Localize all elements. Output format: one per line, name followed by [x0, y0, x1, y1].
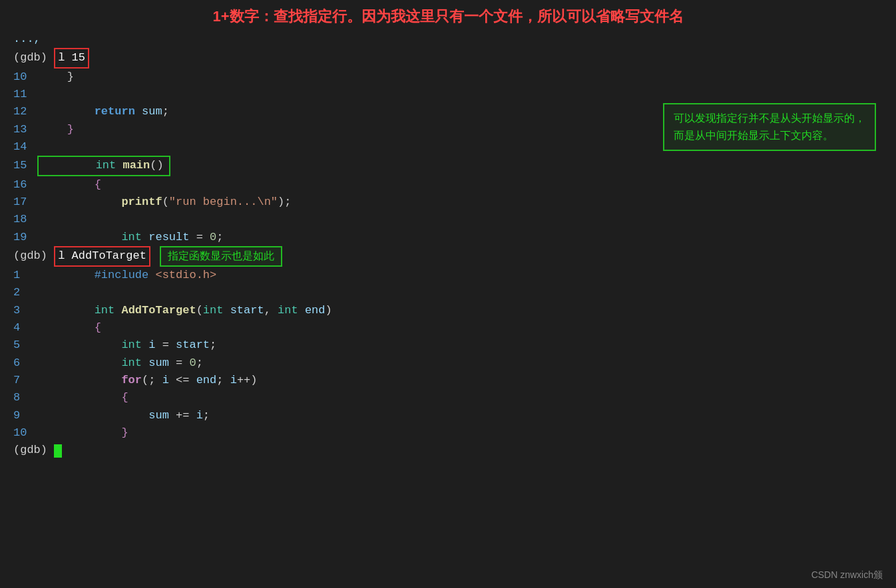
line-num-11: 11: [13, 86, 40, 103]
code-content-16: {: [40, 176, 101, 194]
tooltip-box-2: 指定函数显示也是如此: [160, 246, 282, 267]
tooltip-line1: 可以发现指定行并不是从头开始显示的，: [674, 112, 865, 124]
page-title: 1+数字：查找指定行。因为我这里只有一个文件，所以可以省略写文件名: [212, 8, 683, 25]
gdb-cmd-l15: l 15: [54, 48, 89, 68]
code-line-2: 2: [0, 284, 896, 301]
tooltip-box-1: 可以发现指定行并不是从头开始显示的， 而是从中间开始显示上下文内容。: [663, 103, 876, 150]
line-num-15: 15: [13, 157, 40, 174]
main-container: 1+数字：查找指定行。因为我这里只有一个文件，所以可以省略写文件名 ..., (…: [0, 0, 896, 588]
fade-content: ...,: [13, 33, 41, 45]
code-content-7: for(; i <= end; i++): [40, 372, 257, 389]
code-line-15: 15 int main(): [0, 156, 896, 176]
code-line-19: 19 int result = 0;: [0, 229, 896, 246]
gdb-prompt-3: (gdb): [13, 442, 54, 459]
code-line-7: 7 for(; i <= end; i++): [0, 372, 896, 389]
code-content-6: int sum = 0;: [40, 355, 203, 372]
line-num-17: 17: [13, 194, 40, 211]
tooltip-line2: 而是从中间开始显示上下文内容。: [674, 130, 833, 141]
gdb-line-addtotarget: (gdb) l AddToTarget 指定函数显示也是如此: [0, 246, 896, 267]
code-line-4: 4 {: [0, 319, 896, 337]
code-line-16: 16 {: [0, 176, 896, 194]
gdb-cursor-line: (gdb): [0, 442, 896, 459]
line-num-7: 7: [13, 372, 40, 389]
line-num-10b: 10: [13, 424, 40, 442]
line-num-10a: 10: [13, 69, 40, 86]
code-line-5: 5 int i = start;: [0, 337, 896, 354]
code-line-11: 11: [0, 86, 896, 103]
code-content-10b: }: [40, 424, 128, 442]
code-content-1: #include <stdio.h>: [40, 267, 216, 284]
code-content-3: int AddToTarget(int start, int end): [40, 302, 332, 319]
code-content-12: return sum;: [40, 103, 169, 120]
gdb-cmd-addtotarget: l AddToTarget: [54, 246, 150, 266]
code-content-10a: }: [40, 69, 74, 86]
terminal: ..., (gdb) l 15 10 } 11 12 return sum; 可…: [0, 31, 896, 460]
code-content-4: {: [40, 319, 101, 337]
code-content-5: int i = start;: [40, 337, 216, 354]
line-num-5: 5: [13, 337, 40, 354]
line-num-6: 6: [13, 355, 40, 372]
line-num-1: 1: [13, 267, 40, 284]
line-num-19: 19: [13, 229, 40, 246]
gdb-prompt-2: (gdb): [13, 247, 54, 265]
code-content-17: printf("run begin...\n");: [40, 194, 291, 211]
line15-highlight: int main(): [37, 156, 170, 176]
line-num-14: 14: [13, 138, 40, 156]
code-line-3: 3 int AddToTarget(int start, int end): [0, 302, 896, 319]
code-line-10b: 10 }: [0, 424, 896, 442]
line-num-3: 3: [13, 302, 40, 319]
code-content-13: }: [40, 121, 74, 138]
line-num-8: 8: [13, 389, 40, 406]
line-num-13: 13: [13, 121, 40, 138]
code-line-1: 1 #include <stdio.h>: [0, 267, 896, 284]
watermark: CSDN znwxich颁: [811, 569, 883, 581]
line-num-9: 9: [13, 407, 40, 424]
fade-line: ...,: [0, 31, 896, 48]
gdb-prompt-1: (gdb): [13, 49, 54, 67]
cursor-block: [54, 444, 62, 458]
gdb-line-l15: (gdb) l 15: [0, 48, 896, 68]
code-line-18: 18: [0, 211, 896, 228]
code-content-19: int result = 0;: [40, 229, 223, 246]
code-content-8: {: [40, 389, 128, 406]
code-line-17: 17 printf("run begin...\n");: [0, 194, 896, 211]
line-num-2: 2: [13, 284, 40, 301]
code-line-12: 12 return sum; 可以发现指定行并不是从头开始显示的， 而是从中间开…: [0, 103, 896, 120]
code-line-8: 8 {: [0, 389, 896, 406]
line-num-18: 18: [13, 211, 40, 228]
title-bar: 1+数字：查找指定行。因为我这里只有一个文件，所以可以省略写文件名: [0, 0, 896, 31]
line-num-16: 16: [13, 176, 40, 194]
code-line-10a: 10 }: [0, 69, 896, 86]
code-line-9: 9 sum += i;: [0, 407, 896, 424]
code-line-6: 6 int sum = 0;: [0, 355, 896, 372]
line-num-12: 12: [13, 103, 40, 120]
code-content-9: sum += i;: [40, 407, 210, 424]
line-num-4: 4: [13, 319, 40, 337]
